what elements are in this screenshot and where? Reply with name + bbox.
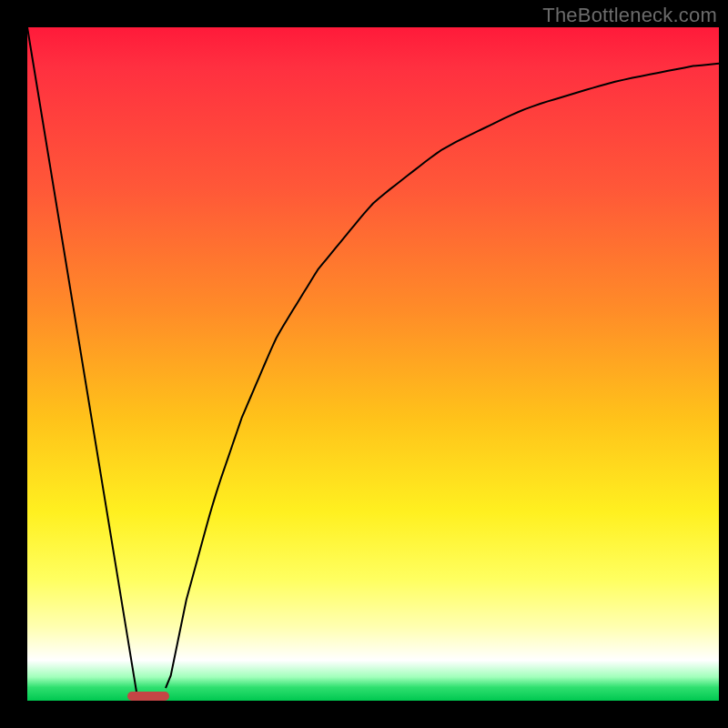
curve-layer [27, 27, 719, 701]
left-branch-line [27, 27, 138, 701]
plot-area [27, 27, 719, 701]
valley-marker [127, 692, 169, 701]
chart-frame: TheBottleneck.com [0, 0, 728, 728]
right-branch-line [166, 64, 719, 688]
watermark-text: TheBottleneck.com [542, 4, 717, 27]
